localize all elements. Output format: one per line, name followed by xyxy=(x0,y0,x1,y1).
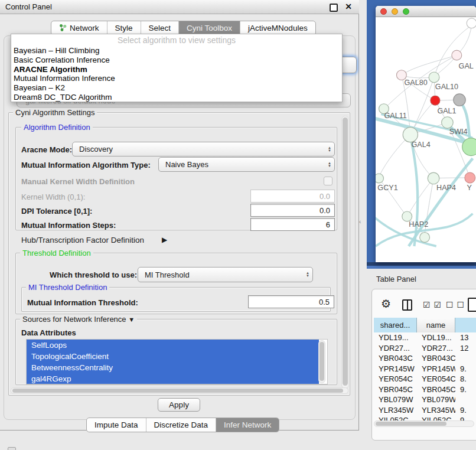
attribute-list-item[interactable]: gal4RGexp xyxy=(27,373,319,384)
network-canvas[interactable]: GALGAL80GAL10GAL1GAL11SWI4GAL4GCY1HAP4YH… xyxy=(376,17,476,262)
which-threshold-combobox[interactable]: MI Threshold ▲▼ xyxy=(138,267,313,282)
tab-label: Cyni Toolbox xyxy=(187,24,232,32)
network-node-label: GAL11 xyxy=(384,112,406,120)
network-node-label: GAL1 xyxy=(437,107,456,115)
table-cell: YPR145W xyxy=(374,364,417,374)
close-icon[interactable]: ✕ xyxy=(345,2,352,11)
table-row[interactable]: YER054CYER054C8. xyxy=(374,374,476,384)
table-row[interactable]: YDL19...YDL19...13 xyxy=(374,332,476,343)
traffic-light-zoom-icon[interactable] xyxy=(403,8,409,15)
table-cell: YBL079W xyxy=(417,394,455,405)
table-row[interactable]: YLR345WYLR345W9. xyxy=(374,405,476,416)
network-node[interactable] xyxy=(467,18,476,28)
manual-kernel-label: Manual Kernel Width Definition xyxy=(21,177,135,186)
settings-horizontal-scrollbar[interactable] xyxy=(11,387,348,394)
combo-stepper-icon: ▲▼ xyxy=(328,162,331,168)
deselect-all-checkboxes-icon[interactable]: ☐ ☐ xyxy=(446,300,465,309)
table-row[interactable]: YPR145WYPR145W9. xyxy=(374,364,476,374)
apply-button[interactable]: Apply xyxy=(158,398,200,412)
network-node[interactable] xyxy=(454,94,466,106)
column-header[interactable]: shared... xyxy=(374,318,417,332)
which-threshold-value: MI Threshold xyxy=(145,270,190,279)
network-node-label: SWI4 xyxy=(449,128,468,136)
tab-infer-network[interactable]: Infer Network xyxy=(216,418,279,432)
column-header[interactable] xyxy=(455,318,476,332)
tab-network[interactable]: Network xyxy=(51,21,107,35)
algorithm-option[interactable]: Basic Correlation Inference xyxy=(11,56,342,65)
gear-icon[interactable]: ⚙ xyxy=(381,297,391,311)
tab-select[interactable]: Select xyxy=(141,21,179,35)
traffic-light-minimize-icon[interactable] xyxy=(392,8,398,15)
export-table-icon[interactable] xyxy=(468,298,476,312)
tab-style[interactable]: Style xyxy=(107,21,141,35)
network-edge-highlighted xyxy=(410,136,418,246)
tab-cyni-toolbox[interactable]: Cyni Toolbox xyxy=(178,21,240,35)
manual-kernel-checkbox[interactable] xyxy=(324,177,332,185)
table-cell: YBR045C xyxy=(417,384,455,395)
network-node-label: GAL xyxy=(459,62,474,70)
algorithm-definition-legend: Algorithm Definition xyxy=(21,123,93,132)
tab-impute-data[interactable]: Impute Data xyxy=(87,418,146,432)
network-node[interactable] xyxy=(376,174,383,183)
mi-type-combobox[interactable]: Naive Bayes ▲▼ xyxy=(158,157,335,172)
collapse-down-icon[interactable]: ▼ xyxy=(128,316,135,323)
network-node[interactable] xyxy=(431,96,440,105)
network-node[interactable] xyxy=(465,172,475,183)
table-cell xyxy=(455,394,476,405)
table-row[interactable]: YBL079WYBL079W xyxy=(374,394,476,405)
dpi-tolerance-label: DPI Tolerance [0,1]: xyxy=(21,207,92,216)
select-all-checkboxes-icon[interactable]: ☑ ☑ xyxy=(423,300,442,309)
table-body: YDL19...YDL19...13YDR27...YDR27...12YBR0… xyxy=(374,332,476,420)
table-cell: YDR27... xyxy=(374,343,417,354)
table-row[interactable]: YIL052CYIL052C9. xyxy=(374,415,476,420)
mi-threshold-label: Mutual Information Threshold: xyxy=(27,298,138,307)
attributes-list-scrollbar[interactable] xyxy=(318,340,325,383)
control-panel-title: Control Panel xyxy=(5,2,52,11)
algorithm-option[interactable]: Mutual Information Inference xyxy=(11,74,342,83)
mi-threshold-field[interactable]: 0.5 xyxy=(248,295,334,308)
algorithm-option[interactable]: Bayesian – Hill Climbing xyxy=(11,46,342,56)
table-cell: 13 xyxy=(455,332,476,343)
algorithm-option[interactable]: Bayesian – K2 xyxy=(11,83,342,93)
table-row[interactable]: YDR27...YDR27...12 xyxy=(374,343,476,354)
attribute-list-item[interactable]: BetweennessCentrality xyxy=(27,362,319,373)
panel-divider-handle[interactable]: ‹ xyxy=(359,219,365,226)
network-node[interactable] xyxy=(442,117,454,129)
algorithm-option[interactable]: ARACNE Algorithm xyxy=(11,65,342,74)
settings-vertical-scrollbar[interactable] xyxy=(341,116,349,389)
mi-type-label: Mutual Information Algorithm Type: xyxy=(21,161,151,169)
combo-stepper-icon: ▲▼ xyxy=(306,272,309,278)
network-node[interactable] xyxy=(428,172,439,184)
mi-steps-field[interactable]: 6 xyxy=(250,218,335,231)
minimized-panel-icon[interactable] xyxy=(8,447,16,450)
network-node[interactable] xyxy=(429,72,439,83)
table-cell: 9. xyxy=(455,364,476,374)
table-row[interactable]: YBR045CYBR045C9. xyxy=(374,384,476,395)
dpi-tolerance-field[interactable]: 0.0 xyxy=(250,204,335,217)
table-header-row: shared...name xyxy=(374,318,476,332)
network-node[interactable] xyxy=(420,233,430,243)
network-node-label: GAL10 xyxy=(435,83,458,91)
sources-legend: Sources for Network Inference ▼ xyxy=(20,315,137,324)
aracne-mode-combobox[interactable]: Discovery ▲▼ xyxy=(72,142,335,156)
columns-icon[interactable] xyxy=(402,299,412,311)
table-row[interactable]: YBR043CYBR043C xyxy=(374,353,476,364)
float-window-icon[interactable] xyxy=(330,4,338,12)
tab-label: Network xyxy=(70,24,99,32)
table-horizontal-scrollbar[interactable] xyxy=(374,420,474,427)
traffic-light-close-icon[interactable] xyxy=(380,8,387,15)
kernel-width-field[interactable]: 0.0 xyxy=(250,190,335,203)
network-window: GALGAL80GAL10GAL1GAL11SWI4GAL4GCY1HAP4YH… xyxy=(376,6,476,262)
expand-right-icon[interactable]: ▶ xyxy=(162,236,167,244)
column-header[interactable]: name xyxy=(417,318,455,332)
attribute-list-item[interactable]: SelfLoops xyxy=(27,340,319,351)
algorithm-option[interactable]: Dream8 DC_TDC Algorithm xyxy=(11,93,342,102)
network-node[interactable] xyxy=(452,50,462,60)
aracne-mode-label: Aracne Mode: xyxy=(21,145,72,154)
tab-discretize-data[interactable]: Discretize Data xyxy=(146,418,216,432)
kernel-width-label: Kernel Width (0,1): xyxy=(21,193,85,201)
table-cell: 8. xyxy=(455,374,476,384)
tab-jactivemnodules[interactable]: jActiveMNodules xyxy=(240,21,315,35)
attribute-list-item[interactable]: TopologicalCoefficient xyxy=(27,351,319,362)
table-cell: 12 xyxy=(455,343,476,354)
